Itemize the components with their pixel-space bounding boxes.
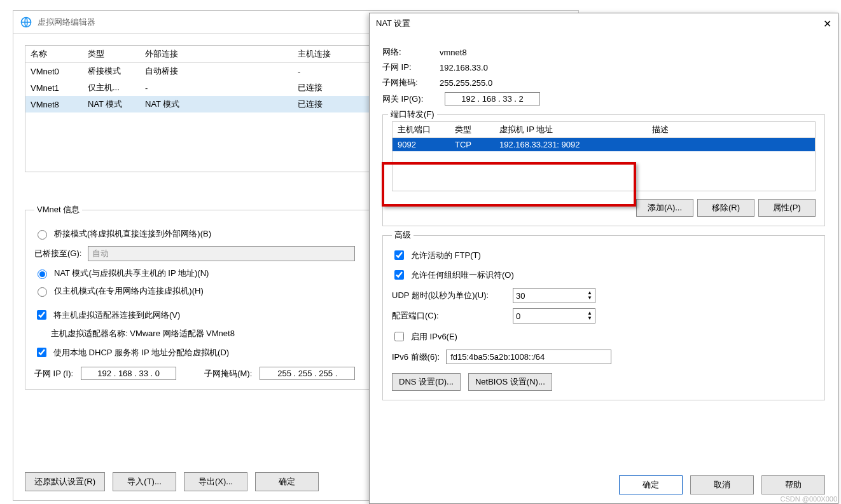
connect-host-adapter-label: 将主机虚拟适配器连接到此网络(V)	[53, 310, 180, 321]
close-icon[interactable]: ✕	[823, 18, 831, 30]
use-dhcp-checkbox[interactable]	[37, 348, 46, 357]
bridged-to-select[interactable]: 自动	[88, 246, 355, 261]
ipv6-prefix-label: IPv6 前缀(6):	[392, 351, 440, 363]
config-port-stepper[interactable]: 0 ▲▼	[513, 308, 595, 324]
use-dhcp-label: 使用本地 DHCP 服务将 IP 地址分配给虚拟机(D)	[53, 347, 229, 358]
add-button[interactable]: 添加(A)...	[636, 199, 693, 217]
allow-oui-label: 允许任何组织唯一标识符(O)	[411, 269, 514, 281]
nat-help-button[interactable]: 帮助	[761, 475, 825, 494]
nat-mode-radio[interactable]	[38, 269, 47, 279]
col-vmip: 虚拟机 IP 地址	[494, 122, 647, 138]
watermark: CSDN @000X000	[781, 495, 837, 503]
bridge-mode-label: 桥接模式(将虚拟机直接连接到外部网络)(B)	[54, 228, 211, 240]
advanced-group: 高级 允许活动的 FTP(T) 允许任何组织唯一标识符(O) UDP 超时(以秒…	[382, 235, 825, 400]
import-button[interactable]: 导入(T)...	[113, 472, 176, 491]
ipv6-prefix-input[interactable]: fd15:4ba5:5a2b:1008::/64	[446, 350, 611, 364]
advanced-legend: 高级	[392, 229, 414, 241]
col-hostport: 主机端口	[393, 122, 450, 138]
col-desc: 描述	[647, 122, 815, 138]
nat-ok-button[interactable]: 确定	[619, 475, 683, 494]
col-name: 名称	[25, 46, 83, 63]
properties-button[interactable]: 属性(P)	[758, 199, 816, 217]
col-type: 类型	[83, 46, 140, 63]
back-window-title: 虚拟网络编辑器	[38, 17, 95, 28]
ok-button[interactable]: 确定	[255, 472, 319, 491]
table-row[interactable]: 9092 TCP 192.168.33.231: 9092	[393, 138, 815, 152]
config-port-label: 配置端口(C):	[392, 310, 506, 322]
enable-ipv6-label: 启用 IPv6(E)	[411, 331, 457, 343]
hostonly-mode-radio[interactable]	[38, 287, 47, 297]
bridge-mode-radio[interactable]	[38, 230, 47, 240]
dns-settings-button[interactable]: DNS 设置(D)...	[392, 373, 461, 391]
allow-oui-checkbox[interactable]	[394, 270, 404, 280]
nat-cancel-button[interactable]: 取消	[690, 475, 754, 494]
network-label: 网络:	[382, 46, 440, 58]
udp-timeout-label: UDP 超时(以秒为单位)(U):	[392, 290, 506, 301]
connect-host-adapter-checkbox[interactable]	[37, 310, 46, 320]
bridged-to-label: 已桥接至(G):	[34, 248, 81, 259]
nat-window-title: NAT 设置	[376, 18, 410, 29]
subnet-ip-label: 子网 IP (I):	[34, 368, 73, 379]
nat-subnet-ip-value: 192.168.33.0	[440, 63, 488, 72]
hostonly-mode-label: 仅主机模式(在专用网络内连接虚拟机)(H)	[54, 285, 204, 297]
udp-timeout-stepper[interactable]: 30 ▲▼	[513, 288, 595, 303]
gateway-label: 网关 IP(G):	[382, 93, 440, 105]
export-button[interactable]: 导出(X)...	[184, 472, 247, 491]
gateway-input[interactable]: 192 . 168 . 33 . 2	[445, 92, 540, 106]
enable-ipv6-checkbox[interactable]	[394, 332, 404, 341]
allow-ftp-checkbox[interactable]	[394, 250, 404, 260]
nat-subnet-ip-label: 子网 IP:	[382, 62, 440, 73]
col-fwd-type: 类型	[450, 122, 494, 138]
nat-mode-label: NAT 模式(与虚拟机共享主机的 IP 地址)(N)	[54, 268, 209, 279]
restore-defaults-button[interactable]: 还原默认设置(R)	[25, 472, 105, 491]
allow-ftp-label: 允许活动的 FTP(T)	[411, 250, 481, 261]
remove-button[interactable]: 移除(R)	[697, 199, 754, 217]
subnet-mask-label: 子网掩码(M):	[204, 368, 252, 379]
globe-icon	[20, 16, 32, 29]
subnet-ip-input[interactable]: 192 . 168 . 33 . 0	[81, 367, 176, 380]
nat-settings-window: NAT 设置 ✕ 网络: vmnet8 子网 IP: 192.168.33.0 …	[369, 13, 838, 504]
subnet-mask-input[interactable]: 255 . 255 . 255 .	[260, 367, 355, 380]
network-value: vmnet8	[440, 48, 467, 57]
vmnet-info-legend: VMnet 信息	[34, 204, 82, 215]
nat-subnet-mask-label: 子网掩码:	[382, 77, 440, 88]
nat-subnet-mask-value: 255.255.255.0	[440, 78, 492, 88]
highlight-box	[382, 162, 636, 207]
spinner-arrows-icon[interactable]: ▲▼	[587, 290, 592, 301]
col-ext: 外部连接	[140, 46, 293, 63]
netbios-settings-button[interactable]: NetBIOS 设置(N)...	[468, 373, 552, 391]
spinner-arrows-icon[interactable]: ▲▼	[587, 311, 592, 321]
port-forwarding-legend: 端口转发(F)	[388, 109, 437, 120]
